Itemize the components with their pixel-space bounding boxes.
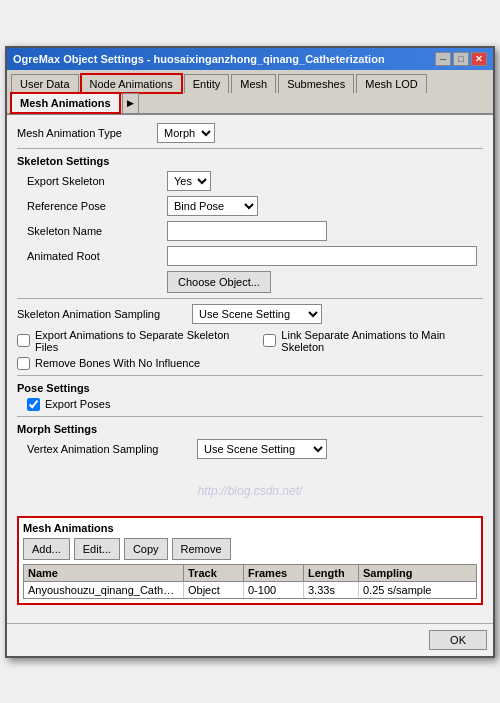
export-animations-checkbox[interactable] — [17, 334, 30, 347]
mesh-animations-toolbar: Add... Edit... Copy Remove — [23, 538, 477, 560]
export-skeleton-label: Export Skeleton — [27, 175, 167, 187]
add-button[interactable]: Add... — [23, 538, 70, 560]
cell-frames: 0-100 — [244, 582, 304, 598]
export-skeleton-row: Export Skeleton Yes No — [27, 171, 483, 191]
animated-root-label: Animated Root — [27, 250, 167, 262]
title-bar: OgreMax Object Settings - huosaixinganzh… — [7, 48, 493, 70]
sep2 — [17, 298, 483, 299]
skeleton-name-input[interactable] — [167, 221, 327, 241]
reference-pose-select[interactable]: Bind Pose Current Pose — [167, 196, 258, 216]
tab-user-data[interactable]: User Data — [11, 74, 79, 93]
ok-row: OK — [7, 623, 493, 656]
ok-button[interactable]: OK — [429, 630, 487, 650]
main-window: OgreMax Object Settings - huosaixinganzh… — [5, 46, 495, 658]
link-separate-checkbox[interactable] — [263, 334, 276, 347]
export-poses-row: Export Poses — [27, 398, 483, 411]
minimize-button[interactable]: ─ — [435, 52, 451, 66]
export-animations-label: Export Animations to Separate Skeleton F… — [35, 329, 247, 353]
morph-settings-title: Morph Settings — [17, 423, 483, 435]
col-name: Name — [24, 565, 184, 581]
vertex-anim-sampling-row: Vertex Animation Sampling Use Scene Sett… — [27, 439, 483, 459]
content-area: Mesh Animation Type Morph None Pose Skel… — [7, 115, 493, 613]
skeleton-name-row: Skeleton Name — [27, 221, 483, 241]
mesh-animation-type-row: Mesh Animation Type Morph None Pose — [17, 123, 483, 143]
col-track: Track — [184, 565, 244, 581]
skeleton-anim-sampling-label: Skeleton Animation Sampling — [17, 308, 192, 320]
col-frames: Frames — [244, 565, 304, 581]
tab-bar: User Data Node Animations Entity Mesh Su… — [7, 70, 493, 115]
skeleton-anim-sampling-select[interactable]: Use Scene Setting 1 2 4 — [192, 304, 322, 324]
animated-root-row: Animated Root — [27, 246, 483, 266]
tab-mesh[interactable]: Mesh — [231, 74, 276, 93]
edit-button[interactable]: Edit... — [74, 538, 120, 560]
maximize-button[interactable]: □ — [453, 52, 469, 66]
watermark: http://blog.csdn.net/ — [17, 464, 483, 508]
tab-scroll-arrow[interactable]: ▶ — [122, 93, 139, 113]
sep3 — [17, 375, 483, 376]
cell-track: Object — [184, 582, 244, 598]
table-header: Name Track Frames Length Sampling — [23, 564, 477, 581]
export-skeleton-select[interactable]: Yes No — [167, 171, 211, 191]
choose-object-row: Choose Object... — [167, 271, 483, 293]
window-title: OgreMax Object Settings - huosaixinganzh… — [13, 53, 385, 65]
col-length: Length — [304, 565, 359, 581]
vertex-anim-sampling-label: Vertex Animation Sampling — [27, 443, 197, 455]
tab-submeshes[interactable]: Submeshes — [278, 74, 354, 93]
skeleton-settings-indent: Export Skeleton Yes No Reference Pose Bi… — [27, 171, 483, 293]
skeleton-settings-title: Skeleton Settings — [17, 155, 483, 167]
sep1 — [17, 148, 483, 149]
col-sampling: Sampling — [359, 565, 449, 581]
mesh-animation-type-select[interactable]: Morph None Pose — [157, 123, 215, 143]
skeleton-name-label: Skeleton Name — [27, 225, 167, 237]
export-poses-checkbox[interactable] — [27, 398, 40, 411]
remove-bones-label: Remove Bones With No Influence — [35, 357, 200, 369]
reference-pose-row: Reference Pose Bind Pose Current Pose — [27, 196, 483, 216]
tab-node-animations[interactable]: Node Animations — [81, 74, 182, 93]
tab-mesh-animations[interactable]: Mesh Animations — [11, 93, 120, 113]
mesh-animation-type-label: Mesh Animation Type — [17, 127, 157, 139]
reference-pose-label: Reference Pose — [27, 200, 167, 212]
export-poses-label: Export Poses — [45, 398, 110, 410]
remove-button[interactable]: Remove — [172, 538, 231, 560]
table-row[interactable]: Anyoushouzu_qinang_Cathet... Object 0-10… — [23, 581, 477, 599]
copy-button[interactable]: Copy — [124, 538, 168, 560]
choose-object-button[interactable]: Choose Object... — [167, 271, 271, 293]
vertex-anim-sampling-select[interactable]: Use Scene Setting 1 2 — [197, 439, 327, 459]
tab-mesh-lod[interactable]: Mesh LOD — [356, 74, 427, 93]
remove-bones-checkbox[interactable] — [17, 357, 30, 370]
tab-entity[interactable]: Entity — [184, 74, 230, 93]
title-bar-buttons: ─ □ ✕ — [435, 52, 487, 66]
sep4 — [17, 416, 483, 417]
cell-name: Anyoushouzu_qinang_Cathet... — [24, 582, 184, 598]
cell-sampling: 0.25 s/sample — [359, 582, 449, 598]
mesh-animations-box: Mesh Animations Add... Edit... Copy Remo… — [17, 516, 483, 605]
export-animations-row: Export Animations to Separate Skeleton F… — [17, 329, 483, 353]
skeleton-anim-sampling-row: Skeleton Animation Sampling Use Scene Se… — [17, 304, 483, 324]
remove-bones-row: Remove Bones With No Influence — [17, 357, 483, 370]
close-button[interactable]: ✕ — [471, 52, 487, 66]
link-separate-label: Link Separate Animations to Main Skeleto… — [281, 329, 483, 353]
pose-settings-title: Pose Settings — [17, 382, 483, 394]
cell-length: 3.33s — [304, 582, 359, 598]
mesh-animations-box-title: Mesh Animations — [23, 522, 477, 534]
animated-root-input[interactable] — [167, 246, 477, 266]
